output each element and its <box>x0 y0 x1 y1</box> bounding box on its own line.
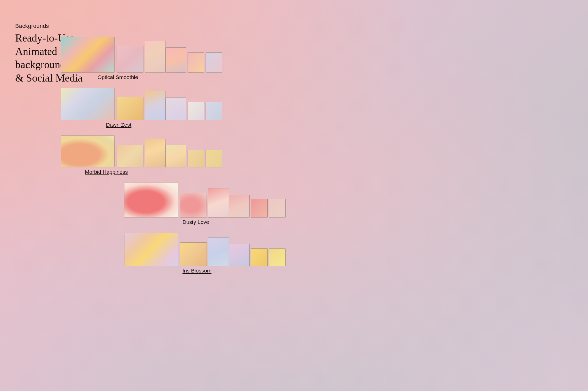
thumbnail-optical-smoothie-2[interactable] <box>145 41 166 73</box>
thumbnail-iris-blossom-3[interactable] <box>229 244 250 266</box>
thumbnail-dawn-zest-2[interactable] <box>145 91 166 120</box>
thumbnail-iris-blossom-2[interactable] <box>208 237 229 266</box>
thumbnail-morbid-happiness-4[interactable] <box>188 150 204 167</box>
thumbnail-morbid-happiness-1[interactable] <box>117 145 143 167</box>
row-optical-smoothie: Optical Smoothie <box>61 37 580 73</box>
header-category: Backgrounds <box>15 23 106 29</box>
thumbnail-dusty-love-3[interactable] <box>229 195 250 218</box>
row-label-dusty-love: Dusty Love <box>182 219 209 225</box>
thumbnail-optical-smoothie-3[interactable] <box>166 47 186 73</box>
thumbnail-dawn-zest-0[interactable] <box>61 88 115 120</box>
thumbnail-iris-blossom-5[interactable] <box>269 248 286 266</box>
thumbnail-iris-blossom-4[interactable] <box>251 248 268 266</box>
thumbnail-morbid-happiness-0[interactable] <box>61 135 115 167</box>
thumbnail-dusty-love-1[interactable] <box>180 193 207 218</box>
thumbnail-dawn-zest-5[interactable] <box>206 102 222 120</box>
thumbnail-iris-blossom-0[interactable] <box>124 233 178 266</box>
thumbnail-optical-smoothie-1[interactable] <box>117 46 143 73</box>
thumbnail-dawn-zest-4[interactable] <box>188 102 204 120</box>
thumbnail-optical-smoothie-0[interactable] <box>61 37 115 73</box>
row-iris-blossom: Iris Blossom <box>124 233 580 266</box>
thumbnail-dusty-love-0[interactable] <box>124 183 178 218</box>
row-dusty-love: Dusty Love <box>124 183 580 218</box>
row-label-morbid-happiness: Morbid Happiness <box>85 169 128 175</box>
thumbnail-dusty-love-4[interactable] <box>251 199 268 218</box>
thumbnail-morbid-happiness-3[interactable] <box>166 145 186 167</box>
thumbnail-dusty-love-5[interactable] <box>269 199 286 218</box>
content-area: Optical SmoothieDawn ZestMorbid Happines… <box>61 37 580 281</box>
row-label-iris-blossom: Iris Blossom <box>182 268 211 274</box>
thumbnail-morbid-happiness-2[interactable] <box>145 139 166 167</box>
row-dawn-zest: Dawn Zest <box>61 88 580 120</box>
thumbnail-dawn-zest-1[interactable] <box>117 97 143 120</box>
row-morbid-happiness: Morbid Happiness <box>61 135 580 167</box>
thumbnail-dusty-love-2[interactable] <box>208 188 229 218</box>
thumbnail-dawn-zest-3[interactable] <box>166 97 186 120</box>
thumbnail-iris-blossom-1[interactable] <box>180 242 207 266</box>
thumbnail-optical-smoothie-4[interactable] <box>188 52 204 73</box>
row-label-dawn-zest: Dawn Zest <box>106 122 131 128</box>
row-label-optical-smoothie: Optical Smoothie <box>98 74 138 80</box>
thumbnail-optical-smoothie-5[interactable] <box>206 52 222 73</box>
thumbnail-morbid-happiness-5[interactable] <box>206 150 222 167</box>
